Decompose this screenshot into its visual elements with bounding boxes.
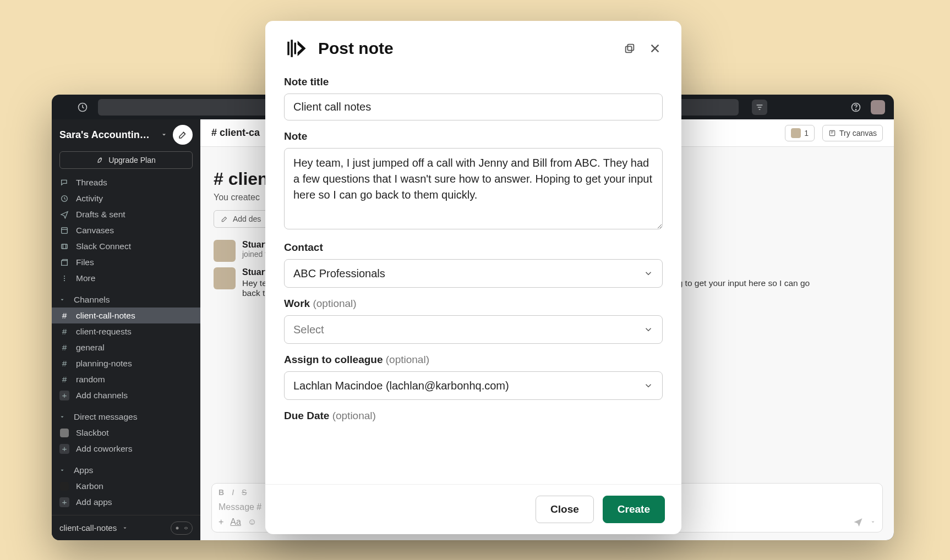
note-textarea[interactable] — [284, 148, 663, 229]
slackbot-icon — [59, 429, 69, 437]
more-icon — [59, 274, 69, 283]
threads-icon — [59, 178, 69, 187]
search-filter-button[interactable] — [752, 100, 767, 115]
create-button[interactable]: Create — [603, 496, 665, 523]
plus-icon: + — [59, 497, 69, 507]
open-external-button[interactable] — [622, 41, 637, 56]
chevron-down-icon — [643, 325, 653, 334]
note-title-input[interactable] — [284, 94, 663, 120]
sidebar-list: Threads Activity Drafts & sent Canvases … — [52, 174, 200, 515]
help-button[interactable] — [849, 100, 863, 114]
contact-value: ABC Professionals — [293, 267, 385, 280]
message-author: Stuart — [242, 267, 267, 277]
send-options[interactable] — [870, 519, 876, 525]
svg-rect-12 — [291, 40, 293, 57]
plus-icon[interactable]: + — [219, 517, 223, 527]
chevron-down-icon — [161, 131, 167, 138]
karbon-logo-icon — [284, 36, 308, 61]
nav-drafts[interactable]: Drafts & sent — [52, 206, 200, 222]
send-button[interactable] — [853, 517, 864, 528]
svg-rect-11 — [287, 42, 290, 56]
channel-client-call-notes[interactable]: #client-call-notes — [52, 308, 200, 323]
modal-footer: Close Create — [265, 484, 681, 534]
activity-icon — [59, 194, 69, 203]
nav-slack-connect[interactable]: Slack Connect — [52, 238, 200, 254]
svg-rect-13 — [294, 43, 297, 54]
channel-random[interactable]: #random — [52, 371, 200, 387]
svg-point-2 — [855, 109, 856, 109]
footer-channel-name[interactable]: client-call-notes — [59, 523, 117, 532]
history-button[interactable] — [61, 102, 88, 113]
section-dms[interactable]: Direct messages — [52, 409, 200, 425]
svg-rect-5 — [62, 244, 68, 249]
channel-client-requests[interactable]: #client-requests — [52, 323, 200, 339]
field-note: Note — [284, 130, 663, 232]
work-select[interactable]: Select — [284, 315, 663, 344]
caret-down-icon — [59, 414, 67, 420]
format-toggle[interactable]: Aa — [230, 517, 241, 527]
assign-value: Lachlan Macindoe (lachlan@karbonhq.com) — [293, 380, 509, 392]
channel-planning-notes[interactable]: #planning-notes — [52, 355, 200, 371]
upgrade-plan-button[interactable]: Upgrade Plan — [59, 151, 193, 169]
modal-title: Post note — [318, 39, 612, 58]
section-channels[interactable]: Channels — [52, 292, 200, 308]
channel-members[interactable]: 1 — [785, 125, 815, 141]
section-apps[interactable]: Apps — [52, 462, 200, 478]
rocket-icon — [96, 156, 104, 164]
italic-icon[interactable]: I — [232, 488, 234, 497]
svg-point-9 — [176, 526, 179, 529]
contact-label: Contact — [284, 241, 323, 253]
close-icon[interactable] — [647, 41, 663, 56]
field-due-date: Due Date (optional) — [284, 410, 663, 422]
channel-general[interactable]: #general — [52, 339, 200, 355]
message-author: Stuart — [242, 240, 267, 249]
field-work: Work (optional) Select — [284, 298, 663, 344]
close-button[interactable]: Close — [536, 496, 594, 523]
app-karbon[interactable]: Karbon — [52, 478, 200, 494]
hash-icon: # — [59, 375, 69, 385]
add-apps[interactable]: +Add apps — [52, 494, 200, 510]
svg-point-7 — [64, 277, 65, 278]
contact-select[interactable]: ABC Professionals — [284, 259, 663, 288]
huddle-toggle[interactable] — [171, 521, 193, 535]
chevron-down-icon — [643, 381, 653, 391]
message-meta: joined t — [242, 250, 267, 259]
add-channels[interactable]: +Add channels — [52, 387, 200, 403]
chevron-down-icon — [643, 268, 653, 278]
add-description-button[interactable]: Add des — [214, 210, 268, 228]
assign-label: Assign to colleague (optional) — [284, 354, 429, 365]
post-note-modal: Post note Note title Note Contact ABC Pr… — [265, 21, 681, 534]
connect-icon — [59, 242, 69, 251]
hash-icon: # — [59, 343, 69, 353]
nav-files[interactable]: Files — [52, 254, 200, 270]
workspace-switcher[interactable]: Sara's Accounting… — [52, 119, 200, 148]
emoji-icon[interactable]: ☺ — [248, 517, 256, 527]
plus-icon: + — [59, 444, 69, 454]
due-date-label: Due Date (optional) — [284, 410, 376, 421]
nav-activity[interactable]: Activity — [52, 190, 200, 206]
bold-icon[interactable]: B — [219, 488, 224, 497]
upgrade-plan-label: Upgrade Plan — [108, 156, 156, 164]
work-placeholder: Select — [293, 323, 324, 336]
dm-slackbot[interactable]: Slackbot — [52, 425, 200, 441]
nav-threads[interactable]: Threads — [52, 174, 200, 190]
strike-icon[interactable]: S — [242, 488, 247, 497]
try-canvas-button[interactable]: Try canvas — [822, 125, 883, 141]
svg-rect-15 — [626, 46, 632, 52]
sidebar-footer: client-call-notes — [52, 515, 200, 540]
plus-icon: + — [59, 391, 69, 400]
nav-canvases[interactable]: Canvases — [52, 222, 200, 238]
compose-button[interactable] — [173, 125, 193, 145]
add-coworkers[interactable]: +Add coworkers — [52, 441, 200, 457]
drafts-icon — [59, 210, 69, 219]
work-label: Work (optional) — [284, 298, 357, 309]
hash-icon: # — [59, 311, 69, 321]
user-avatar[interactable] — [871, 100, 885, 114]
caret-down-icon — [59, 297, 67, 303]
field-assign: Assign to colleague (optional) Lachlan M… — [284, 354, 663, 400]
karbon-app-icon — [59, 482, 69, 491]
nav-more[interactable]: More — [52, 270, 200, 286]
assign-select[interactable]: Lachlan Macindoe (lachlan@karbonhq.com) — [284, 371, 663, 400]
caret-down-icon — [59, 468, 67, 473]
field-note-title: Note title — [284, 76, 663, 120]
